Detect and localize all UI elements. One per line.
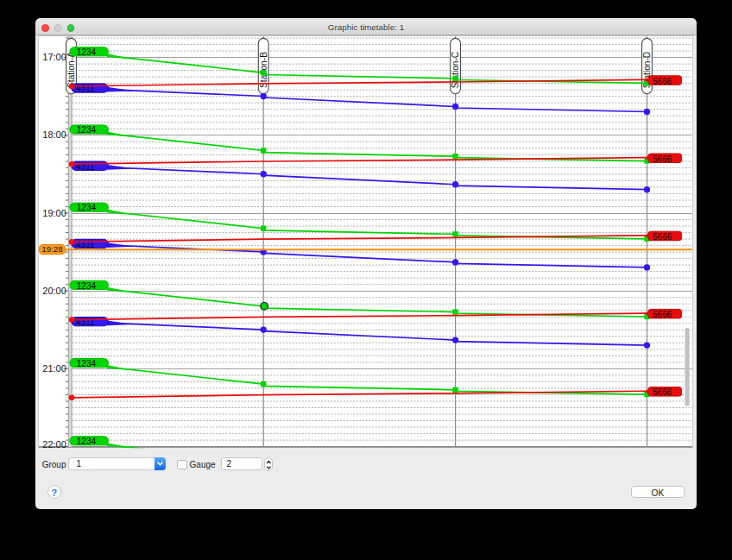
svg-text:Station-A: Station-A: [66, 52, 76, 88]
svg-text:5666: 5666: [653, 232, 672, 242]
svg-text:1234: 1234: [77, 47, 97, 57]
svg-text:20:00: 20:00: [42, 286, 66, 296]
svg-text:Station-B: Station-B: [259, 52, 268, 88]
svg-text:1234: 1234: [77, 359, 97, 368]
svg-text:5666: 5666: [653, 77, 672, 86]
svg-text:5666: 5666: [653, 310, 672, 319]
svg-text:21:00: 21:00: [42, 363, 66, 374]
svg-text:1234: 1234: [77, 125, 97, 135]
svg-text:1234: 1234: [77, 281, 97, 291]
svg-text:17:00: 17:00: [42, 52, 66, 62]
svg-text:18:00: 18:00: [42, 129, 66, 140]
svg-text:19:28: 19:28: [41, 244, 63, 254]
svg-text:1234: 1234: [77, 437, 97, 446]
svg-text:19:00: 19:00: [42, 208, 66, 218]
svg-text:1234: 1234: [77, 203, 97, 212]
svg-text:22:00: 22:00: [42, 439, 66, 450]
svg-text:5666: 5666: [653, 387, 672, 397]
svg-text:5666: 5666: [653, 154, 672, 164]
